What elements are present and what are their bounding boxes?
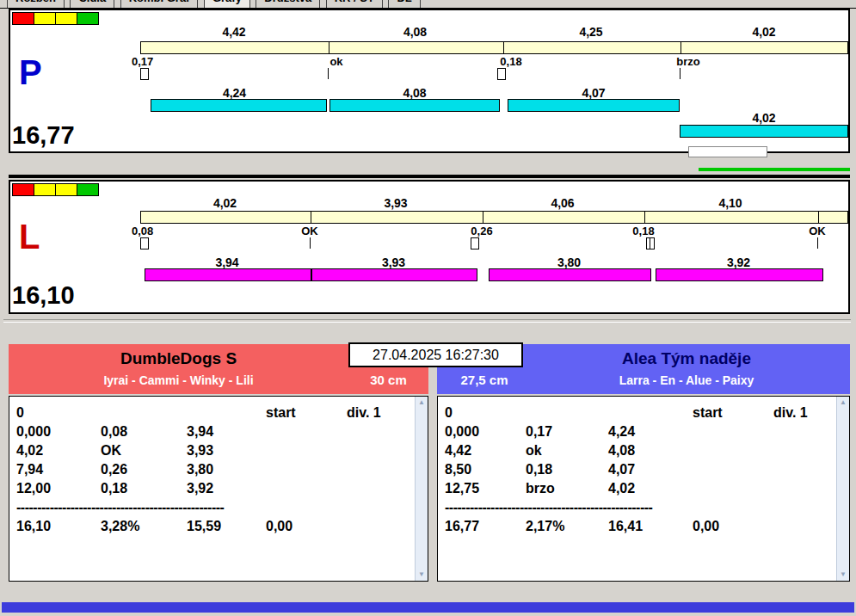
net-time: 16,41: [608, 519, 643, 534]
fault-indicator-box: [646, 237, 655, 249]
cum-time: 4,02: [16, 443, 43, 459]
bottom-window-strip: [2, 602, 854, 613]
tab-label: Grafy: [212, 0, 242, 4]
dog-time: 4,07: [608, 462, 635, 477]
penalty: 0,00: [266, 519, 293, 534]
tab-kr-st[interactable]: KR / ST: [326, 0, 383, 9]
dog-time: 3,93: [187, 443, 213, 459]
tab-kombi-graf[interactable]: Kombi Graf: [120, 0, 199, 9]
split-time-label: 4,02: [140, 197, 310, 209]
fault-percent: 2,17%: [526, 519, 564, 534]
panel-separator: [9, 175, 850, 178]
light-red: [12, 183, 34, 196]
lane-p-panel: P 16,77 4,42 4,08 4,25 4,02 0,17 ok 0,18…: [9, 9, 850, 153]
tab-rozbeh[interactable]: Rozběh: [7, 0, 65, 9]
tab-cidla[interactable]: Čidla: [70, 0, 114, 9]
crossing-marker-label: OK: [284, 225, 336, 237]
dog-run-bar: [508, 99, 680, 112]
segment-divider: [329, 42, 329, 53]
split-time-label: 4,02: [680, 26, 848, 38]
dog-run-bar: [311, 268, 477, 281]
split-time-label: 4,08: [328, 26, 502, 38]
cross-val: 0,18: [101, 481, 127, 496]
cum-time: 4,42: [445, 443, 471, 459]
scroll-down-icon[interactable]: ▼: [416, 570, 428, 579]
total-time: 16,77: [445, 519, 479, 534]
light-yellow-1: [34, 183, 56, 196]
cum-time: 12,75: [445, 481, 479, 496]
total-time: 16,10: [16, 519, 51, 534]
light-yellow-2: [55, 183, 77, 196]
crossing-marker-label: OK: [791, 225, 843, 237]
dog-run-bar: [680, 125, 848, 138]
split-time-label: 3,93: [310, 197, 482, 209]
segment-divider: [503, 42, 504, 53]
start-lights: [12, 183, 98, 199]
cross-val: 0,26: [101, 462, 127, 477]
team-lineup: Larra - En - Alue - Paixy: [523, 373, 850, 387]
jump-height: 30 cm: [348, 373, 428, 388]
tab-label: KR / ST: [335, 0, 374, 4]
light-yellow-2: [55, 12, 77, 25]
fault-indicator-box: [471, 237, 479, 249]
cross-val: 0,18: [526, 462, 552, 477]
crossing-marker-label: ok: [311, 56, 362, 67]
split-time-label: 4,10: [644, 197, 817, 209]
crossing-tick: [680, 68, 680, 79]
dog-run-bar: [145, 268, 311, 281]
light-green: [77, 12, 99, 25]
dog-time-label: 3,94: [145, 256, 310, 268]
cum-time: 12,00: [16, 481, 51, 496]
scroll-up-icon[interactable]: ▲: [416, 398, 428, 407]
run-number: 0: [445, 405, 453, 421]
dog-run-bar: [489, 268, 651, 281]
crossing-marker-label: 0,17: [132, 56, 183, 67]
cross-val: brzo: [526, 481, 555, 496]
tab-label: Kombi Graf: [129, 0, 190, 4]
flyball-timing-window: Rozběh Čidla Kombi Graf Grafy Družstva K…: [0, 0, 856, 616]
scroll-down-icon[interactable]: ▼: [837, 570, 849, 579]
dog-time-label: 4,02: [680, 112, 848, 124]
team-lineup: Iyrai - Cammi - Winky - Lili: [9, 373, 348, 387]
lane-letter: P: [19, 55, 42, 89]
dog-time: 3,92: [187, 481, 213, 496]
tab-label: Rozběh: [15, 0, 56, 4]
crossing-marker-label: 0,18: [618, 225, 669, 237]
tab-label: Družstva: [264, 0, 311, 4]
tab-druzstva[interactable]: Družstva: [256, 0, 320, 9]
fault-indicator-box: [140, 68, 149, 80]
totals-separator: ----------------------------------------…: [445, 500, 696, 515]
scroll-up-icon[interactable]: ▲: [837, 398, 849, 407]
start-label: start: [693, 405, 723, 421]
split-time-label: 4,06: [482, 197, 644, 209]
light-red: [12, 12, 34, 25]
crossing-marker-label: brzo: [662, 56, 714, 67]
crossing-marker-label: 0,08: [132, 225, 183, 237]
cum-time: 0,000: [445, 424, 479, 440]
cross-val: 0,17: [526, 424, 552, 440]
segment-divider: [483, 212, 483, 223]
crossing-tick: [817, 237, 818, 249]
dog-time-label: 4,08: [329, 87, 500, 99]
segment-divider: [311, 212, 311, 223]
green-progress-line: [699, 168, 850, 171]
left-table-scrollbar[interactable]: ▲ ▼: [415, 397, 428, 581]
sensor-timeline-bar: [140, 211, 848, 224]
crossing-marker-label: 0,26: [456, 225, 508, 237]
split-time-label: 4,25: [502, 26, 680, 38]
cum-time: 7,94: [16, 462, 43, 477]
right-table-scrollbar[interactable]: ▲ ▼: [836, 397, 849, 581]
tab-dl[interactable]: DL: [388, 0, 420, 9]
lane-total-time: 16,77: [12, 120, 75, 150]
tab-grafy[interactable]: Grafy: [204, 0, 250, 9]
division-label: div. 1: [773, 405, 808, 421]
division-label: div. 1: [347, 405, 381, 421]
tab-label: DL: [397, 0, 411, 4]
dog-run-bar: [329, 99, 500, 112]
dog-time: 3,94: [187, 424, 213, 440]
dog-run-bar: [151, 99, 327, 112]
crossing-tick: [310, 237, 311, 249]
split-time-label: 4,42: [140, 26, 328, 38]
lane-l-panel: L 16,10 4,02 3,93 4,06 4,10 0,08 OK 0,26…: [9, 180, 850, 314]
totals-separator: ----------------------------------------…: [16, 500, 268, 515]
